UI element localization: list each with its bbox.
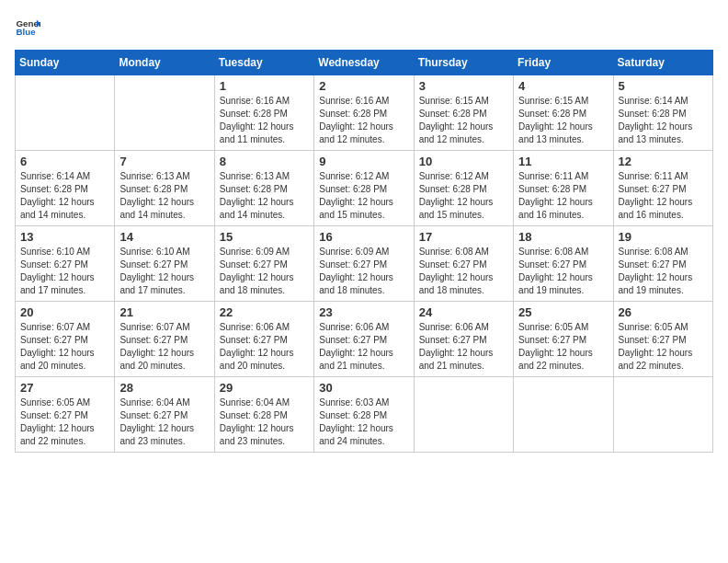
day-number: 29 <box>220 381 309 395</box>
calendar-cell: 21Sunrise: 6:07 AM Sunset: 6:27 PM Dayli… <box>115 302 214 377</box>
day-info: Sunrise: 6:08 AM Sunset: 6:27 PM Dayligh… <box>518 246 608 297</box>
calendar-cell: 30Sunrise: 6:03 AM Sunset: 6:28 PM Dayli… <box>314 377 414 453</box>
calendar-cell: 2Sunrise: 6:16 AM Sunset: 6:28 PM Daylig… <box>314 75 414 151</box>
calendar-cell: 10Sunrise: 6:12 AM Sunset: 6:28 PM Dayli… <box>414 151 513 226</box>
day-info: Sunrise: 6:14 AM Sunset: 6:28 PM Dayligh… <box>20 170 109 222</box>
calendar-table: SundayMondayTuesdayWednesdayThursdayFrid… <box>15 50 713 453</box>
calendar-cell <box>115 75 214 151</box>
calendar-cell: 8Sunrise: 6:13 AM Sunset: 6:28 PM Daylig… <box>214 151 313 226</box>
day-info: Sunrise: 6:09 AM Sunset: 6:27 PM Dayligh… <box>220 246 309 297</box>
day-number: 13 <box>20 230 109 244</box>
day-number: 23 <box>319 305 408 319</box>
calendar-cell: 18Sunrise: 6:08 AM Sunset: 6:27 PM Dayli… <box>514 226 613 302</box>
day-info: Sunrise: 6:11 AM Sunset: 6:28 PM Dayligh… <box>518 170 608 222</box>
calendar-cell: 24Sunrise: 6:06 AM Sunset: 6:27 PM Dayli… <box>414 302 513 377</box>
calendar-cell: 19Sunrise: 6:08 AM Sunset: 6:27 PM Dayli… <box>613 226 712 302</box>
day-number: 25 <box>518 305 608 319</box>
calendar-cell: 1Sunrise: 6:16 AM Sunset: 6:28 PM Daylig… <box>214 75 313 151</box>
calendar-cell: 29Sunrise: 6:04 AM Sunset: 6:28 PM Dayli… <box>214 377 313 453</box>
day-info: Sunrise: 6:10 AM Sunset: 6:27 PM Dayligh… <box>20 246 109 297</box>
day-number: 18 <box>518 230 608 244</box>
day-number: 5 <box>619 79 708 93</box>
day-number: 12 <box>619 155 708 168</box>
day-number: 17 <box>419 230 508 244</box>
page-header: General Blue <box>15 15 713 40</box>
header-friday: Friday <box>514 51 613 75</box>
day-info: Sunrise: 6:11 AM Sunset: 6:27 PM Dayligh… <box>619 170 708 222</box>
svg-text:Blue: Blue <box>16 27 36 37</box>
calendar-week-row: 6Sunrise: 6:14 AM Sunset: 6:28 PM Daylig… <box>16 151 713 226</box>
calendar-week-row: 27Sunrise: 6:05 AM Sunset: 6:27 PM Dayli… <box>16 377 713 453</box>
header-monday: Monday <box>115 51 214 75</box>
calendar-cell: 28Sunrise: 6:04 AM Sunset: 6:27 PM Dayli… <box>115 377 214 453</box>
day-number: 7 <box>119 155 209 168</box>
calendar-cell <box>414 377 513 453</box>
calendar-cell: 5Sunrise: 6:14 AM Sunset: 6:28 PM Daylig… <box>613 75 712 151</box>
calendar-cell: 23Sunrise: 6:06 AM Sunset: 6:27 PM Dayli… <box>314 302 414 377</box>
day-number: 15 <box>220 230 309 244</box>
calendar-week-row: 20Sunrise: 6:07 AM Sunset: 6:27 PM Dayli… <box>16 302 713 377</box>
calendar-cell <box>613 377 712 453</box>
calendar-cell: 22Sunrise: 6:06 AM Sunset: 6:27 PM Dayli… <box>214 302 313 377</box>
day-number: 11 <box>518 155 608 168</box>
day-number: 16 <box>319 230 408 244</box>
day-info: Sunrise: 6:06 AM Sunset: 6:27 PM Dayligh… <box>419 321 508 373</box>
day-info: Sunrise: 6:04 AM Sunset: 6:28 PM Dayligh… <box>220 396 309 448</box>
day-info: Sunrise: 6:16 AM Sunset: 6:28 PM Dayligh… <box>319 95 408 146</box>
day-number: 24 <box>419 305 508 319</box>
day-info: Sunrise: 6:06 AM Sunset: 6:27 PM Dayligh… <box>220 321 309 373</box>
calendar-cell <box>16 75 115 151</box>
day-number: 8 <box>220 155 309 168</box>
day-info: Sunrise: 6:07 AM Sunset: 6:27 PM Dayligh… <box>119 321 209 373</box>
day-number: 26 <box>619 305 708 319</box>
day-info: Sunrise: 6:13 AM Sunset: 6:28 PM Dayligh… <box>220 170 309 222</box>
header-saturday: Saturday <box>613 51 712 75</box>
day-number: 20 <box>20 305 109 319</box>
day-info: Sunrise: 6:06 AM Sunset: 6:27 PM Dayligh… <box>319 321 408 373</box>
day-number: 27 <box>20 381 109 395</box>
header-thursday: Thursday <box>414 51 513 75</box>
day-info: Sunrise: 6:15 AM Sunset: 6:28 PM Dayligh… <box>419 95 508 146</box>
calendar-cell: 7Sunrise: 6:13 AM Sunset: 6:28 PM Daylig… <box>115 151 214 226</box>
day-info: Sunrise: 6:03 AM Sunset: 6:28 PM Dayligh… <box>319 396 408 448</box>
day-number: 28 <box>119 381 209 395</box>
calendar-cell: 9Sunrise: 6:12 AM Sunset: 6:28 PM Daylig… <box>314 151 414 226</box>
day-info: Sunrise: 6:12 AM Sunset: 6:28 PM Dayligh… <box>419 170 508 222</box>
day-number: 22 <box>220 305 309 319</box>
calendar-cell: 6Sunrise: 6:14 AM Sunset: 6:28 PM Daylig… <box>16 151 115 226</box>
header-sunday: Sunday <box>16 51 115 75</box>
day-number: 9 <box>319 155 408 168</box>
day-number: 4 <box>518 79 608 93</box>
calendar-cell: 12Sunrise: 6:11 AM Sunset: 6:27 PM Dayli… <box>613 151 712 226</box>
calendar-cell: 15Sunrise: 6:09 AM Sunset: 6:27 PM Dayli… <box>214 226 313 302</box>
day-number: 10 <box>419 155 508 168</box>
day-info: Sunrise: 6:05 AM Sunset: 6:27 PM Dayligh… <box>20 396 109 448</box>
day-info: Sunrise: 6:13 AM Sunset: 6:28 PM Dayligh… <box>119 170 209 222</box>
logo: General Blue <box>15 15 40 40</box>
day-info: Sunrise: 6:12 AM Sunset: 6:28 PM Dayligh… <box>319 170 408 222</box>
calendar-cell: 3Sunrise: 6:15 AM Sunset: 6:28 PM Daylig… <box>414 75 513 151</box>
calendar-cell: 14Sunrise: 6:10 AM Sunset: 6:27 PM Dayli… <box>115 226 214 302</box>
logo-icon: General Blue <box>15 15 40 40</box>
calendar-week-row: 13Sunrise: 6:10 AM Sunset: 6:27 PM Dayli… <box>16 226 713 302</box>
day-number: 19 <box>619 230 708 244</box>
day-info: Sunrise: 6:08 AM Sunset: 6:27 PM Dayligh… <box>619 246 708 297</box>
calendar-cell: 13Sunrise: 6:10 AM Sunset: 6:27 PM Dayli… <box>16 226 115 302</box>
header-wednesday: Wednesday <box>314 51 414 75</box>
calendar-cell: 17Sunrise: 6:08 AM Sunset: 6:27 PM Dayli… <box>414 226 513 302</box>
day-info: Sunrise: 6:07 AM Sunset: 6:27 PM Dayligh… <box>20 321 109 373</box>
calendar-cell: 4Sunrise: 6:15 AM Sunset: 6:28 PM Daylig… <box>514 75 613 151</box>
calendar-cell: 20Sunrise: 6:07 AM Sunset: 6:27 PM Dayli… <box>16 302 115 377</box>
day-info: Sunrise: 6:15 AM Sunset: 6:28 PM Dayligh… <box>518 95 608 146</box>
header-tuesday: Tuesday <box>214 51 313 75</box>
calendar-cell: 27Sunrise: 6:05 AM Sunset: 6:27 PM Dayli… <box>16 377 115 453</box>
day-number: 2 <box>319 79 408 93</box>
day-info: Sunrise: 6:05 AM Sunset: 6:27 PM Dayligh… <box>619 321 708 373</box>
calendar-cell: 11Sunrise: 6:11 AM Sunset: 6:28 PM Dayli… <box>514 151 613 226</box>
calendar-cell: 25Sunrise: 6:05 AM Sunset: 6:27 PM Dayli… <box>514 302 613 377</box>
day-info: Sunrise: 6:09 AM Sunset: 6:27 PM Dayligh… <box>319 246 408 297</box>
day-info: Sunrise: 6:04 AM Sunset: 6:27 PM Dayligh… <box>119 396 209 448</box>
day-number: 21 <box>119 305 209 319</box>
day-info: Sunrise: 6:08 AM Sunset: 6:27 PM Dayligh… <box>419 246 508 297</box>
day-number: 1 <box>220 79 309 93</box>
